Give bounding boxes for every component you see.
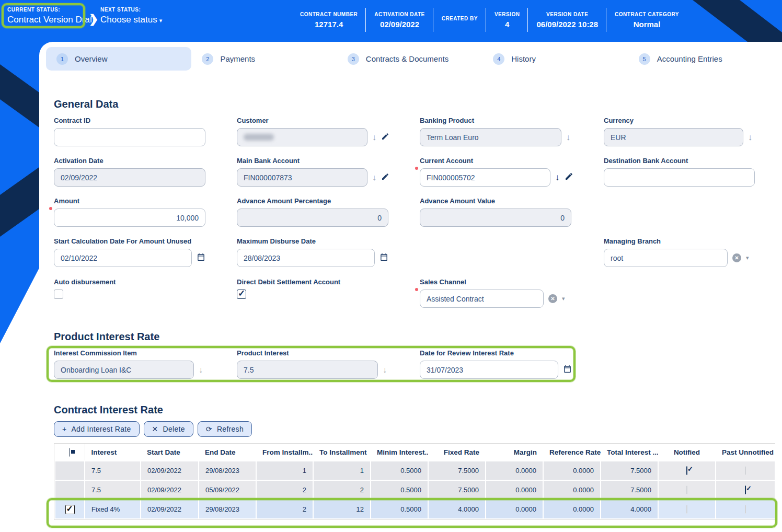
dropdown-arrow-icon[interactable]: ↓	[372, 133, 376, 142]
contract-id-field: Contract ID	[54, 117, 205, 146]
refresh-icon: ⟳	[206, 425, 212, 433]
sales-channel-input[interactable]: Assisted Contract	[420, 290, 544, 308]
stat-contract-category: CONTRACT CATEGORY Normal	[606, 6, 687, 33]
destination-bank-account-field: Destination Bank Account	[604, 157, 755, 187]
maximum-disburse-date-field: Maximum Disburse Date 28/08/2023	[237, 237, 375, 267]
contract-interest-rate-heading: Contract Interest Rate	[54, 404, 163, 416]
edit-icon[interactable]	[565, 172, 573, 183]
stat-version: VERSION 4	[486, 6, 528, 33]
past-unnotified-checkbox[interactable]	[745, 485, 746, 494]
tab-number-badge: 2	[202, 53, 213, 65]
choose-status-dropdown[interactable]: Choose status▾	[100, 15, 162, 25]
table-row[interactable]: 7.5 02/09/2022 29/08/2023 1 1 0.5000 7.5…	[55, 461, 775, 480]
sales-channel-field: Sales Channel Assisted Contract ✕ ▾	[420, 278, 544, 308]
col-end-date: End Date	[199, 444, 256, 461]
tab-number-badge: 3	[348, 53, 359, 65]
start-calculation-date-field: Start Calculation Date For Amount Unused…	[54, 237, 192, 267]
start-calculation-date-input[interactable]: 02/10/2022	[54, 249, 192, 267]
tab-overview[interactable]: 1 Overview	[46, 47, 191, 71]
amount-input[interactable]: 10,000	[54, 209, 205, 227]
direct-debit-settlement-field: Direct Debit Settlement Account	[237, 278, 388, 299]
contract-id-input[interactable]	[54, 128, 205, 146]
advance-amount-value-field: Advance Amount Value 0	[420, 197, 571, 227]
direct-debit-settlement-checkbox[interactable]	[237, 290, 246, 299]
auto-disbursement-field: Auto disbursement	[54, 278, 205, 299]
plus-icon: +	[62, 425, 66, 433]
tab-payments[interactable]: 2 Payments	[191, 47, 337, 71]
dropdown-arrow-icon[interactable]: ↓	[748, 133, 752, 142]
maximum-disburse-date-input[interactable]: 28/08/2023	[237, 249, 375, 267]
product-interest-input[interactable]: 7.5	[237, 361, 378, 379]
main-bank-account-field: Main Bank Account FIN000007873 ↓	[237, 157, 367, 187]
past-unnotified-checkbox[interactable]	[745, 466, 746, 475]
date-for-review-field: Date for Review Interest Rate 31/07/2023	[420, 349, 558, 379]
notified-checkbox[interactable]	[686, 466, 687, 475]
col-from-installment: From Installm...	[256, 444, 313, 461]
customer-input[interactable]	[237, 128, 367, 146]
wizard-tabs: 1 Overview 2 Payments 3 Contracts & Docu…	[46, 47, 774, 71]
current-account-input[interactable]: FIN000005702	[420, 168, 550, 187]
contract-overview-page: CURRENT STATUS: Contract Version Draft ❯…	[0, 0, 782, 532]
notified-checkbox[interactable]	[686, 505, 687, 514]
table-row[interactable]: 7.5 02/09/2022 05/09/2022 2 2 0.5000 7.5…	[55, 480, 775, 500]
past-unnotified-checkbox[interactable]	[745, 505, 746, 514]
col-margin: Margin	[486, 444, 543, 461]
row-checkbox[interactable]	[65, 505, 75, 514]
managing-branch-input[interactable]: root	[604, 249, 728, 267]
currency-input[interactable]: EUR	[604, 128, 743, 146]
advance-amount-value-input[interactable]: 0	[420, 209, 571, 227]
general-data-heading: General Data	[54, 98, 118, 110]
col-interest: Interest	[85, 444, 141, 461]
edit-icon[interactable]	[381, 132, 389, 143]
tab-contracts-documents[interactable]: 3 Contracts & Documents	[337, 47, 482, 71]
col-total-interest: Total Interest ...	[601, 444, 658, 461]
dropdown-arrow-icon[interactable]: ↓	[372, 173, 376, 182]
customer-field: Customer ↓	[237, 117, 367, 146]
advance-amount-percentage-field: Advance Amount Percentage 0	[237, 197, 388, 227]
clear-icon[interactable]: ✕	[548, 294, 557, 303]
col-fixed-rate: Fixed Rate	[428, 444, 486, 461]
select-all-checkbox[interactable]	[69, 448, 70, 457]
calendar-icon[interactable]	[380, 252, 388, 264]
table-header-row: Interest Start Date End Date From Instal…	[55, 444, 775, 461]
col-to-installment: To Installment	[313, 444, 371, 461]
next-status-label: NEXT STATUS:	[100, 7, 162, 13]
col-past-unnotified: Past Unnotified	[716, 444, 775, 461]
dropdown-arrow-icon[interactable]: ↓	[199, 365, 203, 375]
advance-amount-percentage-input[interactable]: 0	[237, 209, 388, 227]
auto-disbursement-checkbox[interactable]	[54, 290, 63, 299]
col-notified: Notified	[658, 444, 716, 461]
activation-date-input[interactable]: 02/09/2022	[54, 168, 205, 187]
dropdown-arrow-icon[interactable]: ↓	[566, 133, 570, 142]
dropdown-arrow-icon[interactable]: ↓	[383, 365, 387, 375]
stat-contract-number: CONTRACT NUMBER 12717.4	[292, 6, 366, 33]
caret-down-icon[interactable]: ▾	[562, 295, 565, 302]
calendar-icon[interactable]	[197, 252, 205, 264]
dropdown-arrow-icon[interactable]: ↓	[555, 172, 560, 183]
product-interest-rate-heading: Product Interest Rate	[54, 331, 159, 343]
x-icon: ✕	[152, 425, 158, 433]
chevron-right-icon: ❯	[89, 13, 98, 26]
tab-accounting-entries[interactable]: 5 Accounting Entries	[628, 47, 774, 71]
managing-branch-field: Managing Branch root ✕ ▾	[604, 237, 728, 267]
calendar-icon[interactable]	[563, 364, 572, 376]
table-row-selected[interactable]: Fixed 4% 02/09/2022 29/08/2023 2 12 0.50…	[55, 500, 775, 519]
destination-bank-account-input[interactable]	[604, 168, 755, 187]
current-status-value: Contract Version Draft	[7, 15, 95, 25]
add-interest-rate-button[interactable]: +Add Interest Rate	[54, 421, 140, 437]
col-start-date: Start Date	[141, 444, 199, 461]
stat-activation-date: ACTIVATION DATE 02/09/2022	[366, 6, 433, 33]
edit-icon[interactable]	[381, 172, 389, 183]
date-for-review-input[interactable]: 31/07/2023	[420, 361, 558, 379]
tab-number-badge: 4	[493, 53, 504, 65]
refresh-button[interactable]: ⟳Refresh	[198, 421, 252, 437]
activation-date-field: Activation Date 02/09/2022	[54, 157, 205, 187]
banking-product-input[interactable]: Term Loan Euro	[420, 128, 561, 146]
caret-down-icon[interactable]: ▾	[746, 255, 749, 261]
interest-commission-item-input[interactable]: Onboarding Loan I&C	[54, 361, 194, 379]
clear-icon[interactable]: ✕	[732, 253, 741, 262]
main-bank-account-input[interactable]: FIN000007873	[237, 168, 367, 187]
tab-history[interactable]: 4 History	[482, 47, 628, 71]
notified-checkbox[interactable]	[686, 485, 687, 494]
delete-button[interactable]: ✕Delete	[144, 421, 193, 437]
